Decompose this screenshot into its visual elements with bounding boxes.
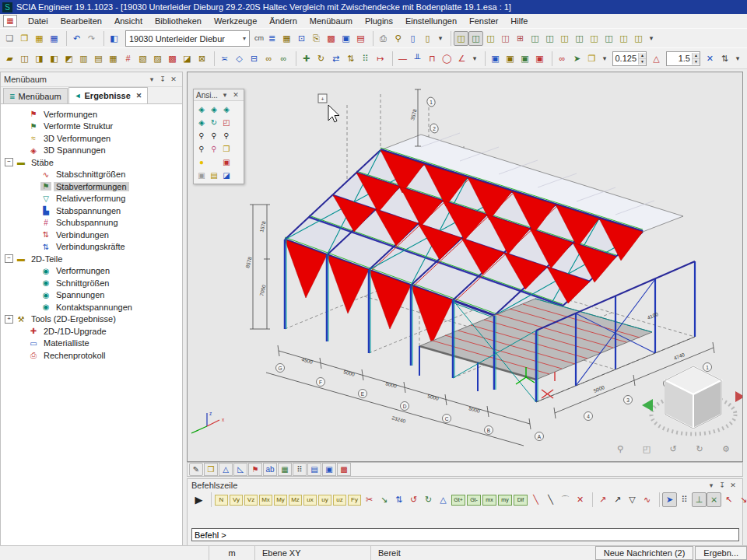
status-unit[interactable]: m xyxy=(209,546,255,560)
result-my-icon[interactable]: My xyxy=(274,495,287,506)
print-preview-icon[interactable]: ⚲ xyxy=(391,31,405,46)
status-plane[interactable]: Ebene XY xyxy=(255,546,371,560)
connect-members-icon[interactable]: ≍ xyxy=(217,51,232,66)
zoom-selection-icon[interactable]: ⚲ xyxy=(208,142,220,156)
close-icon[interactable]: ✕ xyxy=(168,75,179,83)
expander-icon[interactable]: − xyxy=(5,254,13,263)
result-uy-icon[interactable]: uy xyxy=(318,495,331,506)
new-project-icon[interactable]: ❏ xyxy=(2,31,17,46)
nav-settings-icon[interactable]: ⚙ xyxy=(719,442,733,457)
render-mode-icon[interactable]: ▤ xyxy=(208,169,220,182)
wired-mode-icon[interactable]: ◪ xyxy=(220,169,233,182)
view-frame-3-icon[interactable]: ◫ xyxy=(483,31,498,46)
nav-orbit-icon[interactable]: ↺ xyxy=(666,442,680,457)
tree-verbindungen[interactable]: ⇅ Verbindungen xyxy=(1,229,182,241)
palette-header[interactable]: Ansi... ▾ ✕ xyxy=(194,89,244,101)
supports-view-icon[interactable]: △ xyxy=(219,463,233,476)
result-vz-icon[interactable]: Vz xyxy=(244,495,258,506)
member-op-7-icon[interactable]: ▤ xyxy=(91,51,106,66)
render-glasses-icon[interactable]: ∞ xyxy=(555,51,570,66)
tree-kontaktspannungen[interactable]: ◉ Kontaktspannungen xyxy=(1,301,182,313)
midpoint-icon[interactable]: ⨯ xyxy=(707,492,721,507)
rotate-cw-icon[interactable]: ↻ xyxy=(421,492,436,507)
project-selector[interactable]: 19030 Unterleider Diebur ▾ xyxy=(125,30,250,47)
view-z-icon[interactable]: ◈ xyxy=(220,103,233,116)
menu-aendern[interactable]: Ändern xyxy=(263,15,303,27)
result-uz-icon[interactable]: uz xyxy=(333,495,346,506)
tab-ergebnisse[interactable]: ◄ Ergebnisse ✕ xyxy=(68,87,149,103)
menu-menubaum[interactable]: Menübaum xyxy=(303,15,359,27)
print-icon[interactable]: ⎙ xyxy=(376,31,391,46)
clip-box-icon[interactable]: ◰ xyxy=(220,116,233,129)
filter-icon[interactable]: ▽ xyxy=(625,492,640,507)
snap-delete-icon[interactable]: ✕ xyxy=(573,492,587,507)
view-frame-5-icon[interactable]: ⊞ xyxy=(513,31,528,46)
view-frame-6-icon[interactable]: ◫ xyxy=(528,31,542,46)
project-window-icon[interactable]: ◧ xyxy=(107,31,121,46)
angle-more-icon[interactable]: ▾ xyxy=(469,51,480,66)
gallery-icon[interactable]: ▣ xyxy=(338,31,353,46)
toolbar-more-icon[interactable]: ▾ xyxy=(646,31,657,46)
rotate-ccw-icon[interactable]: ↺ xyxy=(406,492,421,507)
angle-scale-spinner[interactable]: 1.5 ▲▼ xyxy=(666,51,700,66)
model-viewport[interactable]: 4500 5000 5000 5000 5000 23240 5000 4740… xyxy=(187,72,743,462)
member-op-3-icon[interactable]: ◨ xyxy=(32,51,47,66)
command-input[interactable] xyxy=(191,528,739,541)
spinner-arrows-icon[interactable]: ▲▼ xyxy=(638,53,646,65)
glasses-2-icon[interactable]: ∞ xyxy=(276,51,291,66)
print-view-icon[interactable]: ▣ xyxy=(220,156,233,169)
member-op-12-icon[interactable]: ▩ xyxy=(165,51,180,66)
clamp-icon[interactable]: ⊓ xyxy=(425,51,440,66)
line-style-icon[interactable]: ― xyxy=(395,51,410,66)
result-n-icon[interactable]: N xyxy=(215,495,228,506)
mesh-icon[interactable]: ▩ xyxy=(324,31,338,46)
mirror-icon[interactable]: ⇄ xyxy=(328,51,343,66)
collapse-icon[interactable]: ▾ xyxy=(146,75,157,83)
doc-view-icon[interactable]: ▤ xyxy=(307,463,321,476)
snap-line-icon[interactable]: ╲ xyxy=(528,492,543,507)
menu-bibliotheken[interactable]: Bibliotheken xyxy=(149,15,208,27)
tree-3d-spannungen[interactable]: ◈ 3D Spannungen xyxy=(1,145,182,157)
zoom-out-icon[interactable]: ⚲ xyxy=(208,129,220,142)
report-icon[interactable]: ▯ xyxy=(420,31,435,46)
tree-staebe[interactable]: − ▬ Stäbe xyxy=(1,156,182,169)
member-op-9-icon[interactable]: # xyxy=(121,51,135,66)
view-frame-8-icon[interactable]: ◫ xyxy=(557,31,572,46)
rotate-icon[interactable]: ↻ xyxy=(314,51,328,66)
calculator-icon[interactable]: ▦ xyxy=(279,31,294,46)
grid-view-icon[interactable]: ▩ xyxy=(337,463,351,476)
cursor-snap-icon[interactable]: ➤ xyxy=(662,492,677,507)
tree-schubspannung[interactable]: # Schubspannung xyxy=(1,217,182,229)
member-op-8-icon[interactable]: ▦ xyxy=(106,51,121,66)
tree-stabschnittgroessen[interactable]: ∿ Stabschnittgrößen xyxy=(1,169,182,181)
zoom-all-icon[interactable]: ⚲ xyxy=(195,142,208,156)
ortho-icon[interactable]: ⊥ xyxy=(692,492,707,507)
collapse-icon[interactable]: ▾ xyxy=(706,481,717,489)
view-frame-4-icon[interactable]: ◫ xyxy=(498,31,513,46)
polyline-icon[interactable]: ∿ xyxy=(640,492,654,507)
view-frame-10-icon[interactable]: ◫ xyxy=(587,31,601,46)
model-canvas[interactable]: 4500 5000 5000 5000 5000 23240 5000 4740… xyxy=(188,72,742,461)
result-scale-spinner[interactable]: 0.125 ▲▼ xyxy=(612,51,647,66)
mx-result-icon[interactable]: mx xyxy=(482,495,496,506)
rotate-view-icon[interactable]: ↻ xyxy=(208,116,220,129)
intersect-icon[interactable]: ↘ xyxy=(736,492,747,507)
extreme-icon[interactable]: ⇅ xyxy=(391,492,406,507)
member-op-11-icon[interactable]: ▨ xyxy=(150,51,165,66)
document-icon[interactable]: ▯ xyxy=(405,31,420,46)
nav-cube-icon[interactable]: ◰ xyxy=(640,442,654,457)
tree-tools-2d[interactable]: + ⚒ Tools (2D-Ergebnisse) xyxy=(1,313,182,326)
glasses-1-icon[interactable]: ∞ xyxy=(261,51,276,66)
copy-3-icon[interactable]: ▣ xyxy=(517,51,532,66)
snap-result-icon[interactable]: ↘ xyxy=(377,492,391,507)
sigma-minus-icon[interactable]: Gt- xyxy=(467,495,481,506)
view-frame-1-icon[interactable]: ◫ xyxy=(454,31,468,46)
clipboard-icon[interactable]: ⎘ xyxy=(309,31,324,46)
expander-icon[interactable]: − xyxy=(5,158,13,166)
endpoint-icon[interactable]: ↖ xyxy=(721,492,736,507)
tab-close-icon[interactable]: ✕ xyxy=(136,92,142,100)
menu-plugins[interactable]: Plugins xyxy=(359,15,399,27)
loads-view-icon[interactable]: ◺ xyxy=(233,463,247,476)
snap-line2-icon[interactable]: ╲ xyxy=(543,492,558,507)
menu-bearbeiten[interactable]: Bearbeiten xyxy=(54,15,108,27)
